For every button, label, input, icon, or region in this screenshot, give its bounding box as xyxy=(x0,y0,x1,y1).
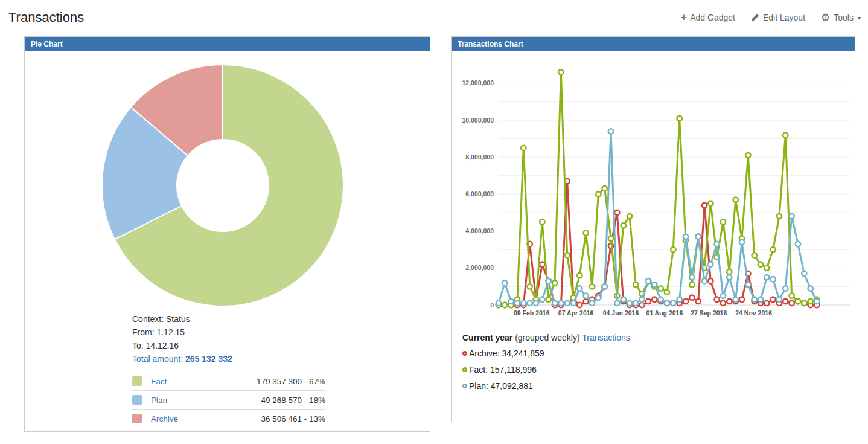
pie-total-line: Total amount: 265 132 332 xyxy=(132,352,430,365)
edit-layout-label: Edit Layout xyxy=(763,13,805,22)
pencil-icon xyxy=(751,13,759,22)
legend-fact-text: Fact: 157,118,996 xyxy=(469,365,537,375)
legend-title-line: Current year (grouped weekly) Transactio… xyxy=(462,333,855,343)
svg-text:09 Feb 2016: 09 Feb 2016 xyxy=(514,309,550,317)
pie-gadget-header[interactable]: Pie Chart xyxy=(25,37,430,51)
legend-entry-plan: Plan: 47,092,881 xyxy=(462,381,855,391)
pie-chart-gadget: Pie Chart Context: Status From: 1.12.15 … xyxy=(24,36,430,432)
dashboard: Pie Chart Context: Status From: 1.12.15 … xyxy=(24,36,868,432)
fact-value: 179 357 300 - 67% xyxy=(257,377,325,386)
svg-text:6,000,000: 6,000,000 xyxy=(465,190,494,198)
line-chart-legend: Current year (grouped weekly) Transactio… xyxy=(462,333,855,391)
fact-color-swatch xyxy=(132,376,142,386)
archive-color-swatch xyxy=(132,414,142,423)
pie-gadget-title: Pie Chart xyxy=(31,40,63,48)
archive-marker-icon xyxy=(462,351,467,356)
svg-text:04 Jun 2016: 04 Jun 2016 xyxy=(603,309,639,317)
pie-legend-table: Fact 179 357 300 - 67% Plan 49 268 570 -… xyxy=(132,372,325,428)
legend-period: Current year xyxy=(462,333,512,343)
svg-text:07 Apr 2016: 07 Apr 2016 xyxy=(558,309,594,317)
svg-text:12,000,000: 12,000,000 xyxy=(462,79,494,86)
fact-marker-icon xyxy=(462,367,467,372)
svg-text:8,000,000: 8,000,000 xyxy=(465,153,494,161)
transactions-link[interactable]: Transactions xyxy=(582,333,630,343)
tools-label: Tools xyxy=(834,13,854,22)
total-amount-value: 265 132 332 xyxy=(185,354,232,364)
chevron-down-icon: ▾ xyxy=(858,14,861,21)
legend-archive-text: Archive: 34,241,859 xyxy=(469,349,544,358)
transactions-gadget-title: Transactions Chart xyxy=(458,40,523,48)
fact-link[interactable]: Fact xyxy=(151,377,257,386)
archive-value: 36 506 461 - 13% xyxy=(261,414,325,423)
pie-from-line: From: 1.12.15 xyxy=(132,326,430,339)
plus-icon: + xyxy=(681,13,686,22)
svg-text:0: 0 xyxy=(490,301,494,309)
edit-layout-button[interactable]: Edit Layout xyxy=(750,11,806,24)
svg-text:10,000,000: 10,000,000 xyxy=(462,117,494,124)
svg-text:01 Aug 2016: 01 Aug 2016 xyxy=(646,309,683,317)
plan-value: 49 268 570 - 18% xyxy=(261,396,325,405)
total-amount-label: Total amount: xyxy=(132,354,183,364)
table-row-fact: Fact 179 357 300 - 67% xyxy=(132,372,325,391)
svg-text:27 Sep 2016: 27 Sep 2016 xyxy=(691,309,727,317)
plan-link[interactable]: Plan xyxy=(151,396,261,405)
table-row-archive: Archive 36 506 461 - 13% xyxy=(132,410,325,428)
legend-entry-fact: Fact: 157,118,996 xyxy=(462,365,855,375)
legend-entry-archive: Archive: 34,241,859 xyxy=(462,349,855,358)
pie-to-line: To: 14.12.16 xyxy=(132,339,430,352)
legend-plan-text: Plan: 47,092,881 xyxy=(469,381,533,391)
add-gadget-label: Add Gadget xyxy=(690,13,735,22)
pie-info: Context: Status From: 1.12.15 To: 14.12.… xyxy=(132,312,430,365)
gear-icon: ⚙ xyxy=(821,13,830,23)
line-chart: 02,000,0004,000,0006,000,0008,000,00010,… xyxy=(452,51,855,324)
svg-text:24 Nov 2016: 24 Nov 2016 xyxy=(735,309,772,317)
page-title: Transactions xyxy=(8,10,84,25)
pie-context-line: Context: Status xyxy=(132,312,430,326)
archive-link[interactable]: Archive xyxy=(151,414,261,423)
donut-chart xyxy=(25,51,430,311)
table-row-plan: Plan 49 268 570 - 18% xyxy=(132,391,325,410)
toolbar: + Add Gadget Edit Layout ⚙ Tools ▾ xyxy=(680,11,862,24)
legend-grouping: (grouped weekly) xyxy=(515,333,579,343)
svg-text:4,000,000: 4,000,000 xyxy=(465,227,494,234)
transactions-chart-gadget: Transactions Chart 02,000,0004,000,0006,… xyxy=(451,36,855,422)
add-gadget-button[interactable]: + Add Gadget xyxy=(680,11,736,24)
plan-marker-icon xyxy=(462,384,467,388)
page-header: Transactions + Add Gadget Edit Layout ⚙ … xyxy=(0,0,868,28)
transactions-gadget-header[interactable]: Transactions Chart xyxy=(452,37,855,51)
svg-text:2,000,000: 2,000,000 xyxy=(465,264,494,271)
tools-dropdown-button[interactable]: ⚙ Tools ▾ xyxy=(820,11,862,24)
plan-color-swatch xyxy=(132,395,142,405)
